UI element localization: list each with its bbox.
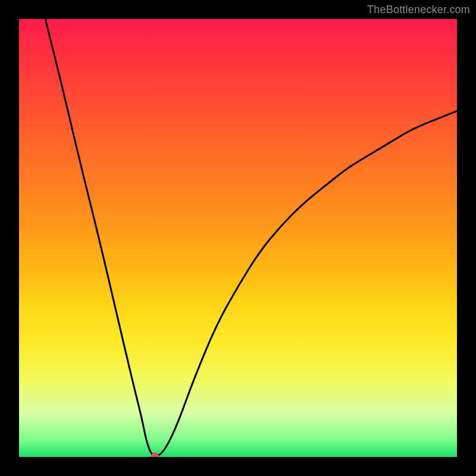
chart-frame: TheBottlenecker.com	[0, 0, 476, 476]
bottleneck-curve	[45, 19, 457, 456]
watermark-text: TheBottlenecker.com	[367, 4, 470, 16]
plot-area	[19, 19, 457, 457]
curve-svg	[19, 19, 457, 457]
